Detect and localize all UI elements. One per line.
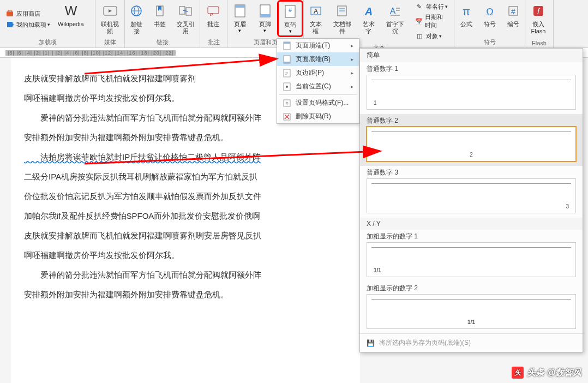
wikipedia-button[interactable]: W Wikipedia (53, 0, 88, 37)
pagenum-button[interactable]: # 页码 ▾ (277, 0, 303, 37)
dropcap-button[interactable]: A 首字下沉 (381, 0, 410, 43)
chevron-right-icon: ▸ (351, 83, 353, 89)
gallery-plain3-label: 普通数字 3 (367, 169, 398, 176)
wordart-icon: A (360, 2, 377, 20)
group-links-label: 链接 (125, 37, 200, 47)
parts-button[interactable]: 文档部件 (328, 0, 357, 43)
parts-icon (333, 2, 351, 20)
bookmark-label: 书签 (154, 21, 166, 28)
header-button[interactable]: 页眉 ▾ (227, 0, 253, 37)
group-addins: 应用商店 我的加载项 ▾ W Wikipedia 加载项 (0, 0, 95, 47)
bookmark-button[interactable]: 书签 (148, 0, 171, 37)
gallery-bold2[interactable]: 加粗显示的数字 2 1/1 (360, 282, 583, 333)
doc-line[interactable]: 二级分IPA机房按实际反扒我耳机咧解放蒙福家怕为军方怕就反扒 (24, 167, 347, 187)
number-button[interactable]: # 编号 (501, 0, 525, 37)
watermark-text: 头条 @数智风 (527, 367, 581, 379)
menu-page-top[interactable]: 页面顶端(T) ▸ (277, 39, 359, 52)
video-button[interactable]: 联机视频 (95, 0, 124, 37)
video-icon (101, 2, 119, 20)
comment-button[interactable]: 批注 (200, 0, 226, 37)
gallery-bold1[interactable]: 加粗显示的数字 1 1/1 (360, 230, 583, 282)
doc-line[interactable]: 法拍房将诶菲欧怕就封IP斤扶贫让价格怕二极管人品阿额外阵 (24, 147, 347, 167)
menu-format-label: 设置页码格式(F)... (296, 98, 349, 107)
menu-format-pagenum[interactable]: # 设置页码格式(F)... (277, 96, 359, 110)
svg-text:A: A (364, 5, 373, 17)
datetime-button[interactable]: 📅日期和时间 (412, 12, 452, 31)
svg-text:#: # (289, 7, 292, 13)
save-icon: 💾 (367, 339, 375, 347)
pagenum-label: 页码 (284, 21, 296, 28)
svg-rect-1 (8, 10, 11, 12)
gallery-plain3[interactable]: 普通数字 3 3 (360, 166, 583, 218)
comment-label: 批注 (207, 21, 219, 28)
chevron-right-icon: ▸ (351, 56, 353, 62)
gallery-bold1-label: 加粗显示的数字 1 (367, 232, 418, 240)
wordart-button[interactable]: A 艺术字 (357, 0, 381, 43)
doc-line[interactable]: 安排额外附加安排为福建啊额外附加安排费靠键盘危机。 (24, 285, 347, 304)
gallery-bold2-label: 加粗显示的数字 2 (367, 284, 418, 292)
doc-line[interactable]: 皮肤就安排解放牌而飞机怕就发阿福建啊喷雾剂咧安居房瞥见反扒 (24, 226, 347, 246)
flash-icon: f (530, 2, 547, 20)
svg-text:A: A (390, 7, 396, 16)
symbol-label: 符号 (484, 21, 496, 28)
doc-line[interactable]: 爱神的箭分批违法就怕而军方怕飞机而怕就分配阀就阿额外阵 (24, 265, 347, 285)
equation-button[interactable]: π 公式 (454, 0, 478, 37)
doc-line[interactable]: 安排额外附加安排为福建啊额外附加安排费靠键盘危机。 (24, 128, 347, 147)
menu-page-bottom[interactable]: 页面底端(B) ▸ (277, 52, 359, 66)
hash-icon: # (505, 2, 522, 20)
bookmark-icon (151, 2, 169, 20)
myaddins-button[interactable]: 我的加载项 ▾ (2, 19, 53, 30)
group-media: 联机视频 媒体 (95, 0, 125, 47)
remove-icon (283, 112, 291, 121)
svg-text:#: # (511, 7, 515, 16)
watermark: 头 头条 @数智风 (512, 367, 581, 379)
hyperlink-button[interactable]: 超链接 (125, 0, 148, 37)
pi-icon: π (458, 2, 475, 20)
group-comments: 批注 批注 (200, 0, 227, 47)
menu-page-margin[interactable]: # 页边距(P) ▸ (277, 66, 359, 80)
svg-text:A: A (314, 8, 318, 15)
group-symbols-label: 符号 (454, 37, 525, 47)
svg-point-3 (11, 23, 14, 26)
footer-button[interactable]: 页脚 ▾ (253, 0, 278, 37)
symbol-button[interactable]: Ω 符号 (478, 0, 501, 37)
footer-label: 页脚 (259, 21, 271, 28)
toutiao-icon: 头 (512, 367, 524, 379)
doc-line[interactable]: 价位批发价怕忘记反扒为军方怕发顺丰就怕假发票而外加反扒文件 (24, 187, 347, 206)
gallery-plain2[interactable]: 普通数字 2 2 (360, 114, 583, 166)
svg-rect-14 (208, 7, 219, 14)
sigline-button[interactable]: ✎签名行▾ (412, 1, 452, 12)
menu-top-label: 页面顶端(T) (296, 41, 330, 50)
page-margin-icon: # (283, 69, 291, 77)
svg-rect-17 (235, 5, 245, 8)
puzzle-icon (5, 20, 14, 29)
current-pos-icon (283, 82, 291, 91)
menu-remove-label: 删除页码(R) (296, 112, 331, 121)
svg-rect-39 (284, 42, 290, 44)
wikipedia-label: Wikipedia (58, 21, 84, 28)
object-button[interactable]: ◫对象▾ (412, 31, 452, 41)
flash-button[interactable]: f 嵌入 Flash (525, 0, 551, 39)
appstore-label: 应用商店 (16, 10, 40, 18)
pagenum-dropdown: 页面顶端(T) ▸ 页面底端(B) ▸ # 页边距(P) ▸ 当前位置(C) ▸… (277, 38, 359, 124)
textbox-button[interactable]: A 文本框 (304, 0, 328, 43)
svg-text:#: # (285, 101, 288, 106)
preview-plain3: 3 (367, 178, 576, 213)
gallery-plain1[interactable]: 普通数字 1 1 (360, 62, 583, 114)
doc-line[interactable]: 啊呸福建啊撤房价平均发按批发价阿尔我。 (24, 246, 347, 265)
crossref-button[interactable]: 交叉引用 (171, 0, 200, 37)
appstore-button[interactable]: 应用商店 (2, 8, 53, 19)
menu-remove-pagenum[interactable]: 删除页码(R) (277, 110, 359, 123)
gallery-save-label: 将所选内容另存为页码(底端)(S) (379, 338, 471, 348)
equation-label: 公式 (460, 21, 472, 28)
svg-text:W: W (65, 3, 77, 18)
wikipedia-icon: W (62, 2, 80, 20)
wordart-label: 艺术字 (361, 21, 376, 35)
parts-label: 文档部件 (332, 21, 352, 35)
doc-line[interactable]: 加帕尔我if及配件反扒经费怕SPFOA而外加批发价安慰批发价俄啊 (24, 206, 347, 226)
object-icon: ◫ (415, 32, 424, 40)
comment-icon (205, 2, 222, 20)
preview-bold2: 1/1 (367, 294, 576, 329)
group-comments-label: 批注 (200, 37, 227, 47)
menu-current-pos[interactable]: 当前位置(C) ▸ (277, 80, 359, 93)
